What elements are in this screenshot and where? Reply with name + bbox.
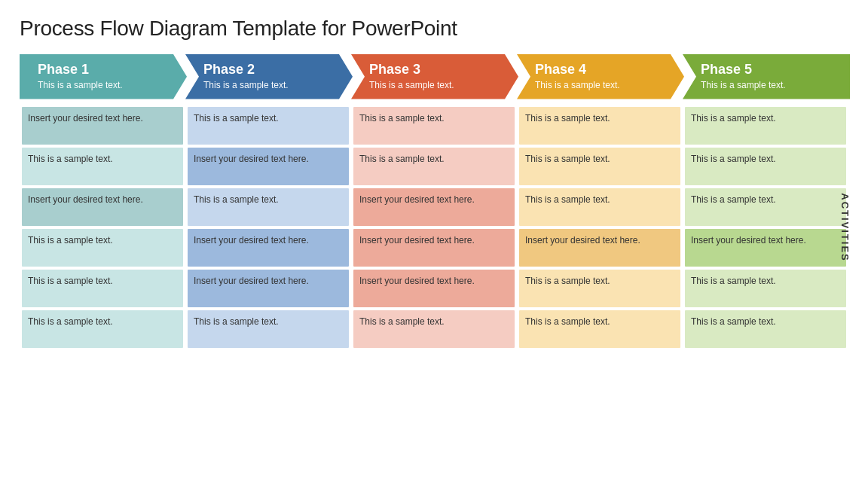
phase-3-subtitle: This is a sample text. [369, 80, 505, 92]
cell-col5-row3: This is a sample text. [685, 188, 846, 226]
cell-col3-row6: This is a sample text. [353, 310, 515, 348]
cell-col2-row6: This is a sample text. [188, 310, 349, 348]
cell-col1-row1: Insert your desired text here. [22, 107, 183, 145]
activities-label: ACTIVITIES [840, 193, 851, 262]
cell-col4-row4: Insert your desired text here. [519, 229, 680, 267]
cell-col1-row6: This is a sample text. [22, 310, 183, 348]
cell-col5-row2: This is a sample text. [685, 148, 846, 185]
main-container: Process Flow Diagram Template for PowerP… [20, 0, 848, 348]
cell-col2-row4: Insert your desired text here. [188, 229, 349, 267]
phase-3-title: Phase 3 [369, 62, 505, 78]
cell-col4-row3: This is a sample text. [519, 188, 680, 226]
cell-col3-row1: This is a sample text. [353, 107, 515, 145]
cell-col4-row5: This is a sample text. [519, 270, 680, 307]
cell-col5-row1: This is a sample text. [685, 107, 846, 145]
phase-5-title: Phase 5 [701, 62, 836, 78]
phase-4: Phase 4This is a sample text. [517, 54, 684, 99]
cell-col2-row5: Insert your desired text here. [188, 270, 349, 307]
column-4: This is a sample text.This is a sample t… [517, 107, 683, 348]
cell-col3-row3: Insert your desired text here. [353, 188, 515, 226]
cell-col1-row2: This is a sample text. [22, 148, 183, 185]
cell-col4-row2: This is a sample text. [519, 148, 680, 185]
column-5: This is a sample text.This is a sample t… [683, 107, 848, 348]
phases-row: Phase 1This is a sample text.Phase 2This… [20, 54, 848, 99]
cell-col5-row6: This is a sample text. [685, 310, 846, 348]
cell-col1-row4: This is a sample text. [22, 229, 183, 267]
phase-2-subtitle: This is a sample text. [203, 80, 339, 92]
phase-4-subtitle: This is a sample text. [535, 80, 671, 92]
cell-col5-row4: Insert your desired text here. [685, 229, 846, 267]
cell-col1-row5: This is a sample text. [22, 270, 183, 307]
column-1: Insert your desired text here.This is a … [20, 107, 185, 348]
phase-2-title: Phase 2 [203, 62, 339, 78]
phase-4-title: Phase 4 [535, 62, 671, 78]
cell-col3-row5: Insert your desired text here. [353, 270, 515, 307]
phase-1: Phase 1This is a sample text. [20, 54, 187, 99]
column-3: This is a sample text.This is a sample t… [351, 107, 517, 348]
cell-col2-row3: This is a sample text. [188, 188, 349, 226]
phase-1-title: Phase 1 [38, 62, 173, 78]
cell-col3-row2: This is a sample text. [353, 148, 515, 185]
activities-table: Insert your desired text here.This is a … [20, 107, 848, 348]
phase-2: Phase 2This is a sample text. [185, 54, 353, 99]
phase-1-subtitle: This is a sample text. [38, 80, 173, 92]
cell-col4-row1: This is a sample text. [519, 107, 680, 145]
column-2: This is a sample text.Insert your desire… [185, 107, 351, 348]
phase-5-subtitle: This is a sample text. [701, 80, 836, 92]
phase-3: Phase 3This is a sample text. [351, 54, 518, 99]
cell-col3-row4: Insert your desired text here. [353, 229, 515, 267]
cell-col5-row5: This is a sample text. [685, 270, 846, 307]
cell-col2-row1: This is a sample text. [188, 107, 349, 145]
cell-col2-row2: Insert your desired text here. [188, 148, 349, 185]
phase-5: Phase 5This is a sample text. [683, 54, 850, 99]
page-title: Process Flow Diagram Template for PowerP… [20, 17, 848, 41]
cell-col1-row3: Insert your desired text here. [22, 188, 183, 226]
cell-col4-row6: This is a sample text. [519, 310, 680, 348]
